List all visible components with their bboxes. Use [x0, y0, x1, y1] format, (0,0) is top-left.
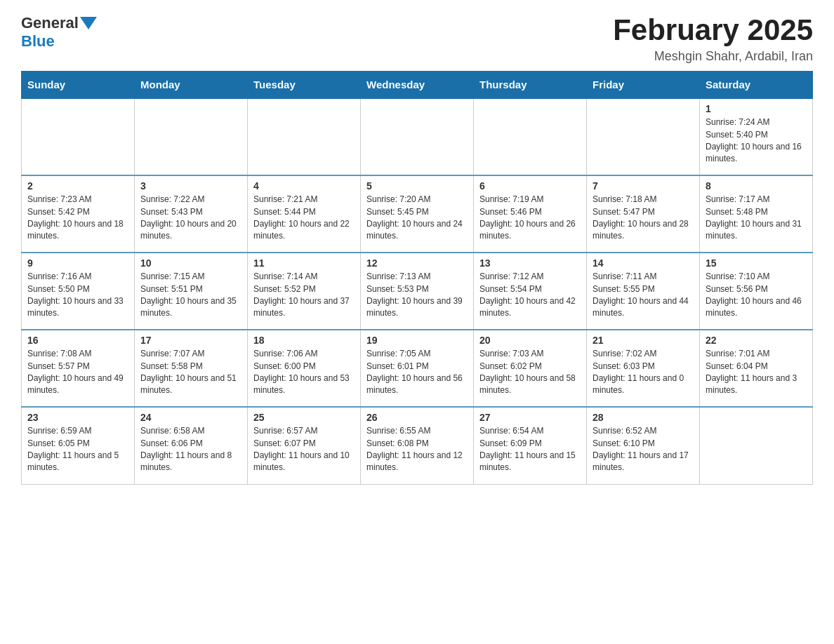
day-info: Sunrise: 7:17 AMSunset: 5:48 PMDaylight:… — [706, 194, 807, 243]
calendar-cell: 3Sunrise: 7:22 AMSunset: 5:43 PMDaylight… — [135, 175, 248, 253]
day-number: 7 — [593, 180, 694, 192]
day-info: Sunrise: 6:55 AMSunset: 6:08 PMDaylight:… — [366, 425, 468, 474]
calendar-cell: 24Sunrise: 6:58 AMSunset: 6:06 PMDayligh… — [135, 407, 248, 484]
day-number: 12 — [366, 257, 468, 269]
day-info: Sunrise: 6:58 AMSunset: 6:06 PMDaylight:… — [140, 425, 241, 474]
day-info: Sunrise: 6:54 AMSunset: 6:09 PMDaylight:… — [479, 425, 581, 474]
calendar-cell: 26Sunrise: 6:55 AMSunset: 6:08 PMDayligh… — [361, 407, 474, 484]
day-info: Sunrise: 7:14 AMSunset: 5:52 PMDaylight:… — [253, 271, 355, 320]
calendar-week-row: 9Sunrise: 7:16 AMSunset: 5:50 PMDaylight… — [22, 253, 813, 330]
logo-blue-text: Blue — [21, 32, 55, 51]
calendar-cell: 10Sunrise: 7:15 AMSunset: 5:51 PMDayligh… — [135, 253, 248, 330]
day-number: 16 — [27, 335, 128, 346]
calendar-cell: 16Sunrise: 7:08 AMSunset: 5:57 PMDayligh… — [22, 330, 135, 407]
day-info: Sunrise: 7:13 AMSunset: 5:53 PMDaylight:… — [366, 271, 468, 320]
day-number: 23 — [27, 412, 128, 423]
day-info: Sunrise: 7:16 AMSunset: 5:50 PMDaylight:… — [27, 271, 128, 320]
day-number: 5 — [366, 180, 468, 192]
day-info: Sunrise: 7:08 AMSunset: 5:57 PMDaylight:… — [27, 348, 128, 397]
main-title: February 2025 — [613, 14, 813, 46]
calendar-cell — [248, 98, 361, 175]
calendar-cell: 11Sunrise: 7:14 AMSunset: 5:52 PMDayligh… — [248, 253, 361, 330]
day-info: Sunrise: 7:12 AMSunset: 5:54 PMDaylight:… — [479, 271, 581, 320]
calendar-week-row: 16Sunrise: 7:08 AMSunset: 5:57 PMDayligh… — [22, 330, 813, 407]
calendar-cell — [474, 98, 587, 175]
day-number: 22 — [706, 335, 807, 346]
calendar-cell — [361, 98, 474, 175]
day-info: Sunrise: 6:57 AMSunset: 6:07 PMDaylight:… — [253, 425, 355, 474]
calendar-cell: 23Sunrise: 6:59 AMSunset: 6:05 PMDayligh… — [22, 407, 135, 484]
calendar-cell: 14Sunrise: 7:11 AMSunset: 5:55 PMDayligh… — [587, 253, 700, 330]
logo: General Blue — [21, 14, 98, 51]
day-number: 3 — [140, 180, 241, 192]
day-info: Sunrise: 7:19 AMSunset: 5:46 PMDaylight:… — [479, 194, 581, 243]
day-number: 20 — [479, 335, 581, 346]
calendar-cell: 19Sunrise: 7:05 AMSunset: 6:01 PMDayligh… — [361, 330, 474, 407]
day-number: 17 — [140, 335, 241, 346]
day-info: Sunrise: 7:15 AMSunset: 5:51 PMDaylight:… — [140, 271, 241, 320]
calendar-cell: 21Sunrise: 7:02 AMSunset: 6:03 PMDayligh… — [587, 330, 700, 407]
calendar-cell: 9Sunrise: 7:16 AMSunset: 5:50 PMDaylight… — [22, 253, 135, 330]
day-info: Sunrise: 7:23 AMSunset: 5:42 PMDaylight:… — [27, 194, 128, 243]
day-number: 4 — [253, 180, 355, 192]
calendar-cell — [587, 98, 700, 175]
day-number: 2 — [27, 180, 128, 192]
weekday-header-saturday: Saturday — [700, 72, 813, 99]
day-number: 27 — [479, 412, 581, 423]
day-number: 8 — [706, 180, 807, 192]
calendar-cell: 25Sunrise: 6:57 AMSunset: 6:07 PMDayligh… — [248, 407, 361, 484]
logo-triangle-icon — [80, 17, 97, 29]
weekday-header-row: SundayMondayTuesdayWednesdayThursdayFrid… — [22, 72, 813, 99]
calendar-cell: 12Sunrise: 7:13 AMSunset: 5:53 PMDayligh… — [361, 253, 474, 330]
calendar-week-row: 23Sunrise: 6:59 AMSunset: 6:05 PMDayligh… — [22, 407, 813, 484]
weekday-header-friday: Friday — [587, 72, 700, 99]
title-block: February 2025 Meshgin Shahr, Ardabil, Ir… — [613, 14, 813, 64]
day-info: Sunrise: 7:24 AMSunset: 5:40 PMDaylight:… — [706, 116, 807, 166]
calendar-cell — [700, 407, 813, 484]
weekday-header-wednesday: Wednesday — [361, 72, 474, 99]
page-header: General Blue February 2025 Meshgin Shahr… — [21, 14, 813, 64]
calendar-cell: 5Sunrise: 7:20 AMSunset: 5:45 PMDaylight… — [361, 175, 474, 253]
calendar-cell — [22, 98, 135, 175]
day-number: 14 — [593, 257, 694, 269]
calendar-cell: 18Sunrise: 7:06 AMSunset: 6:00 PMDayligh… — [248, 330, 361, 407]
calendar-cell: 15Sunrise: 7:10 AMSunset: 5:56 PMDayligh… — [700, 253, 813, 330]
day-info: Sunrise: 6:59 AMSunset: 6:05 PMDaylight:… — [27, 425, 128, 474]
day-info: Sunrise: 7:01 AMSunset: 6:04 PMDaylight:… — [706, 348, 807, 397]
day-number: 26 — [366, 412, 468, 423]
calendar-cell: 28Sunrise: 6:52 AMSunset: 6:10 PMDayligh… — [587, 407, 700, 484]
day-number: 21 — [593, 335, 694, 346]
day-info: Sunrise: 7:02 AMSunset: 6:03 PMDaylight:… — [593, 348, 694, 397]
weekday-header-monday: Monday — [135, 72, 248, 99]
calendar-table: SundayMondayTuesdayWednesdayThursdayFrid… — [21, 71, 813, 485]
calendar-cell: 20Sunrise: 7:03 AMSunset: 6:02 PMDayligh… — [474, 330, 587, 407]
calendar-week-row: 1Sunrise: 7:24 AMSunset: 5:40 PMDaylight… — [22, 98, 813, 175]
day-info: Sunrise: 7:11 AMSunset: 5:55 PMDaylight:… — [593, 271, 694, 320]
day-number: 6 — [479, 180, 581, 192]
day-number: 24 — [140, 412, 241, 423]
day-number: 19 — [366, 335, 468, 346]
weekday-header-thursday: Thursday — [474, 72, 587, 99]
calendar-cell: 4Sunrise: 7:21 AMSunset: 5:44 PMDaylight… — [248, 175, 361, 253]
day-info: Sunrise: 7:22 AMSunset: 5:43 PMDaylight:… — [140, 194, 241, 243]
day-info: Sunrise: 7:18 AMSunset: 5:47 PMDaylight:… — [593, 194, 694, 243]
day-number: 10 — [140, 257, 241, 269]
day-number: 13 — [479, 257, 581, 269]
day-number: 28 — [593, 412, 694, 423]
day-number: 25 — [253, 412, 355, 423]
calendar-cell: 6Sunrise: 7:19 AMSunset: 5:46 PMDaylight… — [474, 175, 587, 253]
weekday-header-tuesday: Tuesday — [248, 72, 361, 99]
day-info: Sunrise: 7:10 AMSunset: 5:56 PMDaylight:… — [706, 271, 807, 320]
day-info: Sunrise: 7:20 AMSunset: 5:45 PMDaylight:… — [366, 194, 468, 243]
calendar-cell: 27Sunrise: 6:54 AMSunset: 6:09 PMDayligh… — [474, 407, 587, 484]
calendar-cell: 13Sunrise: 7:12 AMSunset: 5:54 PMDayligh… — [474, 253, 587, 330]
day-info: Sunrise: 7:05 AMSunset: 6:01 PMDaylight:… — [366, 348, 468, 397]
logo-general-text: General — [21, 14, 79, 32]
day-info: Sunrise: 7:21 AMSunset: 5:44 PMDaylight:… — [253, 194, 355, 243]
day-info: Sunrise: 7:07 AMSunset: 5:58 PMDaylight:… — [140, 348, 241, 397]
calendar-cell: 1Sunrise: 7:24 AMSunset: 5:40 PMDaylight… — [700, 98, 813, 175]
day-number: 9 — [27, 257, 128, 269]
day-info: Sunrise: 6:52 AMSunset: 6:10 PMDaylight:… — [593, 425, 694, 474]
calendar-cell: 7Sunrise: 7:18 AMSunset: 5:47 PMDaylight… — [587, 175, 700, 253]
day-number: 18 — [253, 335, 355, 346]
